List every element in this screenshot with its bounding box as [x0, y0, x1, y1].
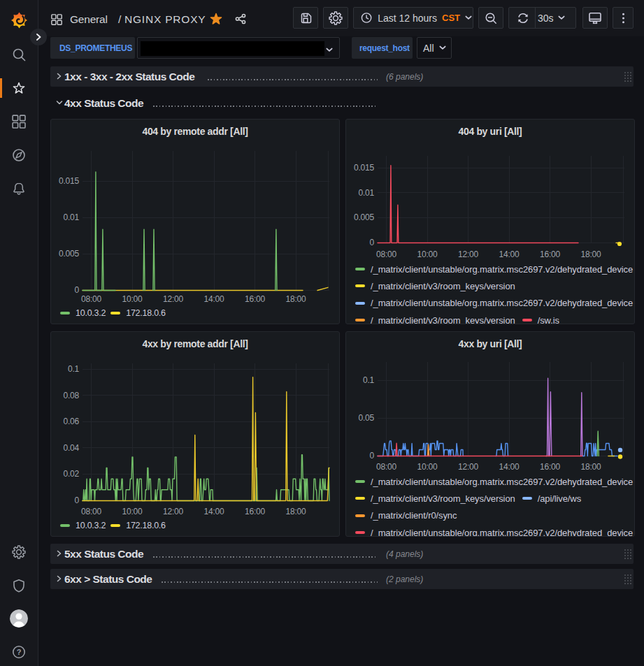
svg-text:14:00: 14:00	[203, 294, 224, 304]
svg-text:16:00: 16:00	[245, 507, 266, 516]
svg-text:0.01: 0.01	[358, 188, 374, 198]
svg-text:0.005: 0.005	[59, 249, 80, 259]
svg-text:0: 0	[370, 451, 375, 461]
svg-text:12:00: 12:00	[163, 507, 184, 516]
svg-text:12:00: 12:00	[163, 294, 184, 304]
svg-text:0.06: 0.06	[63, 417, 79, 426]
svg-text:0.1: 0.1	[363, 375, 375, 385]
svg-text:14:00: 14:00	[499, 462, 520, 472]
svg-text:18:00: 18:00	[580, 462, 601, 472]
svg-text:0: 0	[75, 285, 80, 295]
svg-text:0.015: 0.015	[354, 163, 375, 173]
svg-text:0.08: 0.08	[63, 391, 79, 400]
svg-text:16:00: 16:00	[245, 294, 266, 304]
svg-text:14:00: 14:00	[499, 249, 520, 259]
svg-text:?: ?	[17, 648, 22, 656]
svg-text:08:00: 08:00	[81, 507, 102, 516]
svg-text:12:00: 12:00	[458, 249, 479, 259]
svg-text:18:00: 18:00	[285, 294, 306, 304]
svg-text:10:00: 10:00	[122, 294, 143, 304]
svg-text:0: 0	[370, 238, 375, 247]
svg-text:18:00: 18:00	[285, 507, 306, 516]
svg-text:10:00: 10:00	[122, 507, 143, 516]
svg-text:08:00: 08:00	[376, 462, 397, 472]
svg-text:0.01: 0.01	[63, 212, 79, 222]
svg-text:10:00: 10:00	[417, 462, 438, 472]
svg-text:16:00: 16:00	[540, 462, 561, 472]
svg-text:0.005: 0.005	[354, 212, 375, 222]
svg-text:08:00: 08:00	[81, 294, 102, 304]
svg-text:08:00: 08:00	[376, 249, 397, 259]
svg-text:0.05: 0.05	[358, 413, 374, 423]
svg-text:0.04: 0.04	[63, 443, 79, 453]
svg-text:12:00: 12:00	[458, 462, 479, 472]
svg-text:0.02: 0.02	[63, 469, 79, 479]
svg-text:0.015: 0.015	[59, 176, 80, 186]
svg-text:0.1: 0.1	[68, 364, 80, 374]
svg-text:0: 0	[75, 495, 80, 505]
svg-text:18:00: 18:00	[580, 249, 601, 259]
svg-text:10:00: 10:00	[417, 249, 438, 259]
svg-text:14:00: 14:00	[203, 507, 224, 516]
svg-text:16:00: 16:00	[540, 249, 561, 259]
